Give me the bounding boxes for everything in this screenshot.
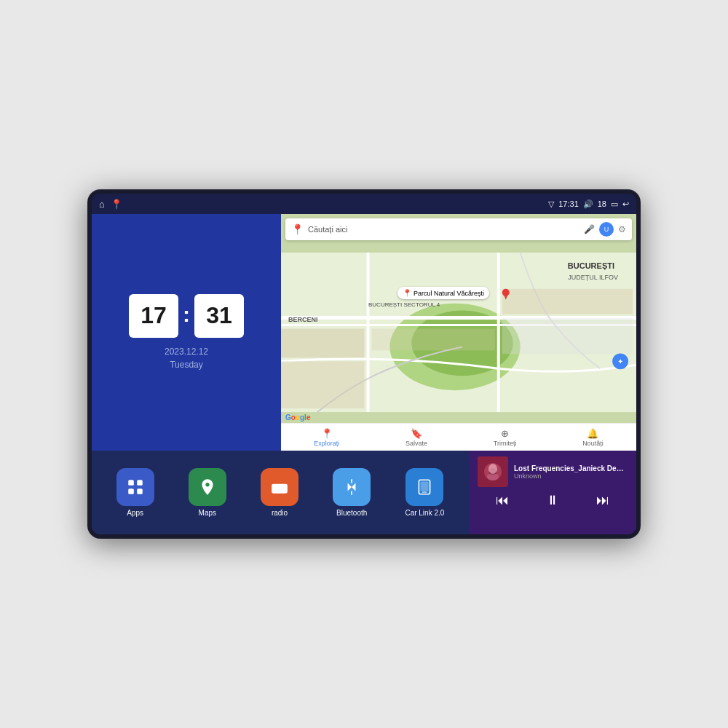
search-input-text[interactable]: Căutați aici	[308, 225, 579, 234]
saved-label: Salvate	[405, 440, 427, 447]
day-value: Tuesday	[165, 358, 208, 371]
user-avatar[interactable]: U	[599, 222, 614, 237]
mic-icon[interactable]: 🎤	[584, 224, 595, 234]
music-info-row: Lost Frequencies_Janieck Devy-... Unknow…	[478, 456, 628, 487]
car-display-device: ⌂ 📍 ▽ 17:31 🔊 18 ▭ ↩ 17 :	[87, 189, 641, 539]
status-left: ⌂ 📍	[99, 199, 122, 210]
play-pause-button[interactable]: ⏸	[540, 491, 565, 510]
signal-icon: ▽	[548, 199, 554, 209]
radio-icon: FM	[261, 468, 298, 506]
map-svg: ✦	[281, 214, 636, 451]
explore-label: Explorați	[314, 440, 339, 447]
app-item-radio[interactable]: FM radio	[261, 468, 298, 517]
map-search-bar[interactable]: 📍 Căutați aici 🎤 U ⚙	[285, 218, 632, 240]
google-logo: Google	[285, 414, 310, 422]
place-name: Parcul Natural Văcărești	[414, 290, 484, 297]
svg-rect-23	[273, 486, 277, 488]
clock-display: 17 : 31	[129, 294, 244, 338]
main-content: 17 : 31 2023.12.12 Tuesday	[92, 214, 636, 534]
back-icon[interactable]: ↩	[622, 199, 629, 209]
battery-level: 18	[598, 199, 606, 208]
nav-explore[interactable]: 📍 Explorați	[314, 428, 339, 447]
music-title: Lost Frequencies_Janieck Devy-...	[514, 464, 628, 472]
volume-icon: 🔊	[583, 199, 593, 209]
next-button[interactable]: ⏭	[590, 491, 615, 510]
svg-rect-9	[371, 329, 494, 351]
album-art	[478, 456, 508, 487]
status-bar: ⌂ 📍 ▽ 17:31 🔊 18 ▭ ↩	[92, 194, 636, 214]
svg-rect-16	[128, 480, 134, 486]
nav-saved[interactable]: 🔖 Salvate	[405, 428, 427, 447]
svg-point-33	[488, 464, 497, 474]
music-artist: Unknown	[514, 472, 628, 480]
ilfov-label: JUDEȚUL ILFOV	[568, 274, 618, 281]
maps-label: Maps	[199, 509, 216, 517]
svg-rect-29	[422, 492, 427, 493]
svg-text:✦: ✦	[617, 357, 623, 365]
home-icon[interactable]: ⌂	[99, 199, 105, 210]
svg-rect-8	[281, 361, 365, 408]
radio-label: radio	[272, 509, 288, 517]
map-bottom-bar: 📍 Explorați 🔖 Salvate ⊕ Trimiteți 🔔	[281, 423, 636, 451]
carlink-icon	[405, 468, 443, 506]
map-pin-icon: 📍	[291, 223, 304, 235]
app-item-bluetooth[interactable]: Bluetooth	[333, 468, 371, 517]
music-panel: Lost Frequencies_Janieck Devy-... Unknow…	[469, 451, 636, 534]
sector4-label: BUCUREȘTI SECTORUL 4	[368, 301, 440, 308]
nav-send[interactable]: ⊕ Trimiteți	[494, 428, 517, 447]
status-right: ▽ 17:31 🔊 18 ▭ ↩	[548, 199, 629, 209]
map-panel[interactable]: ✦ 📍 Căutați aici 🎤 U ⚙ 📍 Parcul Natural …	[281, 214, 636, 451]
bottom-section: Apps Maps	[92, 451, 636, 534]
svg-rect-7	[281, 329, 365, 358]
svg-point-34	[487, 473, 499, 480]
place-pin-icon: 📍	[403, 289, 411, 297]
svg-rect-28	[421, 481, 429, 491]
battery-icon: ▭	[611, 199, 618, 209]
clock-minutes: 31	[194, 294, 244, 338]
svg-rect-17	[137, 480, 143, 486]
apps-label: Apps	[127, 509, 143, 517]
bluetooth-icon	[333, 468, 371, 506]
explore-icon: 📍	[321, 428, 333, 439]
svg-rect-19	[137, 488, 143, 494]
svg-text:FM: FM	[274, 490, 280, 494]
top-section: 17 : 31 2023.12.12 Tuesday	[92, 214, 636, 451]
send-label: Trimiteți	[494, 440, 517, 447]
app-item-carlink[interactable]: Car Link 2.0	[405, 468, 444, 517]
date-display: 2023.12.12 Tuesday	[165, 345, 208, 371]
news-icon: 🔔	[587, 428, 598, 439]
clock-hours: 17	[129, 294, 178, 338]
maps-icon	[189, 468, 226, 506]
svg-point-22	[281, 488, 282, 489]
svg-rect-11	[502, 318, 633, 355]
music-controls: ⏮ ⏸ ⏭	[478, 491, 628, 510]
clock-colon: :	[183, 302, 190, 327]
map-settings-icon[interactable]: ⚙	[618, 224, 626, 234]
berceni-label: BERCENI	[288, 316, 318, 323]
prev-button[interactable]: ⏮	[490, 491, 515, 510]
bucuresti-label: BUCUREȘTI	[568, 261, 614, 270]
bluetooth-label: Bluetooth	[336, 509, 367, 517]
clock-panel: 17 : 31 2023.12.12 Tuesday	[92, 214, 281, 451]
screen: ⌂ 📍 ▽ 17:31 🔊 18 ▭ ↩ 17 :	[92, 194, 636, 534]
date-value: 2023.12.12	[165, 345, 208, 358]
app-item-apps[interactable]: Apps	[116, 468, 154, 517]
maps-nav-icon[interactable]: 📍	[111, 199, 122, 210]
apps-icon	[116, 468, 154, 506]
svg-rect-10	[502, 289, 633, 314]
apps-panel: Apps Maps	[92, 451, 469, 534]
nav-news[interactable]: 🔔 Noutăți	[582, 428, 604, 447]
saved-icon: 🔖	[411, 428, 422, 439]
send-icon: ⊕	[501, 428, 509, 439]
svg-rect-18	[128, 488, 134, 494]
status-time: 17:31	[558, 199, 579, 208]
carlink-label: Car Link 2.0	[405, 509, 444, 517]
news-label: Noutăți	[582, 440, 604, 447]
music-metadata: Lost Frequencies_Janieck Devy-... Unknow…	[514, 464, 628, 480]
place-label[interactable]: 📍 Parcul Natural Văcărești	[397, 287, 489, 299]
app-item-maps[interactable]: Maps	[189, 468, 226, 517]
